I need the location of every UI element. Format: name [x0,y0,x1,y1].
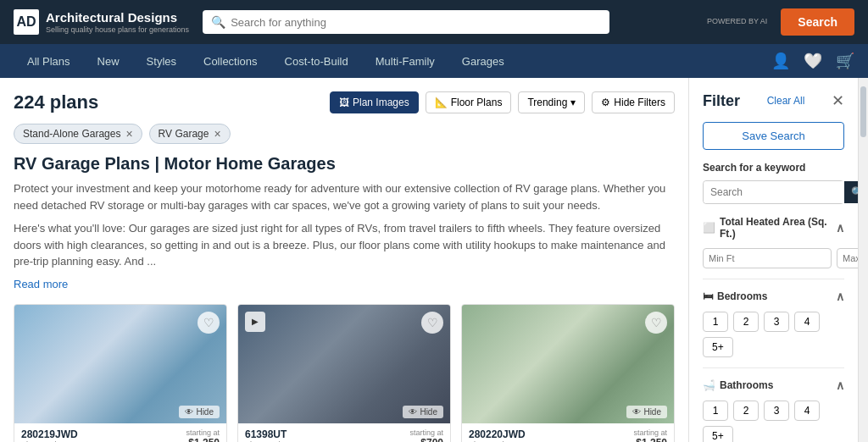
bedroom-btn-1[interactable]: 1 [703,312,728,332]
clear-all-button[interactable]: Clear All [767,95,805,107]
hide-button-1[interactable]: 👁 Hide [179,406,220,418]
bathrooms-section-icon: 🛁 Bathrooms [703,379,773,391]
brand-name: Architectural Designs [46,10,189,25]
nav-icons: 👤 🤍 🛒 [771,52,854,70]
favorite-button-2[interactable]: ♡ [421,312,443,334]
search-input[interactable] [231,16,601,29]
plan-number-3: 280220JWD [469,428,526,440]
plan-card-2: ▶ ♡ 👁 Hide 61398UT Plan Number starting … [237,304,451,443]
read-more-link[interactable]: Read more [14,278,68,290]
bedrooms-section-icon: 🛏 Bedrooms [703,290,767,302]
nav-item-new[interactable]: New [84,44,133,78]
sort-button[interactable]: Trending ▾ [518,91,585,113]
plan-price-1: starting at $1,250 [186,428,220,443]
bedroom-btn-3[interactable]: 3 [764,312,789,332]
video-button-2[interactable]: ▶ [245,312,265,332]
bedrooms-section-label: Bedrooms [717,290,767,302]
nav-item-collections[interactable]: Collections [190,44,271,78]
floor-plans-label: Floor Plans [451,97,503,108]
bedroom-btn-5plus[interactable]: 5+ [703,337,733,357]
view-controls: 🖼 Plan Images 📐 Floor Plans Trending ▾ ⚙… [330,91,675,113]
bathrooms-section: 🛁 Bathrooms ∧ 1 2 3 4 5+ 1.5 2.5 3.5 4.5 [703,378,844,442]
filter-tag-label: Stand-Alone Garages [23,128,120,140]
bathrooms-toggle[interactable]: ∧ [836,378,844,392]
hide-button-2[interactable]: 👁 Hide [403,406,443,418]
area-toggle[interactable]: ∧ [836,221,844,235]
search-bar[interactable]: 🔍 [203,10,609,34]
nav-item-garages[interactable]: Garages [448,44,518,78]
area-section: ⬜ Total Heated Area (Sq. Ft.) ∧ 🔍 [703,216,844,279]
bathroom-btn-5plus[interactable]: 5+ [703,426,733,442]
nav-item-all-plans[interactable]: All Plans [14,44,84,78]
cart-icon[interactable]: 🛒 [836,52,854,70]
search-icon: 🔍 [211,15,225,29]
favorite-button-3[interactable]: ♡ [645,312,667,334]
price-value-2: $700 [420,437,443,443]
plan-image-2: ▶ ♡ 👁 Hide [238,305,450,423]
plan-image-1: ♡ 👁 Hide [14,305,226,423]
bathroom-btn-1[interactable]: 1 [703,401,728,421]
plan-number-2: 61398UT [245,428,290,440]
main-content: 224 plans 🖼 Plan Images 📐 Floor Plans Tr… [0,78,688,442]
tagline: Selling quality house plans for generati… [46,25,189,35]
bathroom-btn-3[interactable]: 3 [764,401,789,421]
bathrooms-section-label: Bathrooms [720,379,773,391]
price-prefix-2: starting at [409,428,443,437]
description-para1: Protect your investment and keep your mo… [14,180,675,213]
price-value-1: $1,250 [188,437,220,443]
plan-price-2: starting at $700 [409,428,443,443]
powered-by-label: POWERED BY AI [707,17,767,27]
scrollbar[interactable] [858,78,868,442]
keyword-label: Search for a keyword [703,162,844,174]
nav-item-multi-family[interactable]: Multi-Family [362,44,448,78]
price-prefix-1: starting at [186,428,220,437]
plan-id-2: 61398UT Plan Number [245,428,290,443]
floor-plans-icon: 📐 [435,97,448,108]
hide-filters-button[interactable]: ⚙ Hide Filters [592,91,675,113]
filter-tag-stand-alone: Stand-Alone Garages × [14,124,142,144]
keyword-search-input[interactable] [704,181,844,203]
logo-text: Architectural Designs Selling quality ho… [46,10,189,35]
header: AD Architectural Designs Selling quality… [0,0,868,44]
nav-item-cost-to-build[interactable]: Cost-to-Build [271,44,362,78]
bathroom-btn-2[interactable]: 2 [733,401,759,421]
favorite-button-1[interactable]: ♡ [198,312,220,334]
plan-images-button[interactable]: 🖼 Plan Images [330,91,419,113]
bedroom-btn-4[interactable]: 4 [794,312,820,332]
price-value-3: $1,250 [636,437,667,443]
plan-card-3: ♡ 👁 Hide 280220JWD Plan Number starting … [461,304,675,443]
bedroom-btn-2[interactable]: 2 [733,312,759,332]
area-section-icon: ⬜ Total Heated Area (Sq. Ft.) [703,216,836,240]
bedroom-buttons: 1 2 3 4 5+ [703,312,844,357]
area-section-label: Total Heated Area (Sq. Ft.) [720,216,836,240]
logo: AD Architectural Designs Selling quality… [14,9,189,35]
area-inputs: 🔍 [703,248,844,268]
nav-item-styles[interactable]: Styles [133,44,190,78]
favorites-icon[interactable]: 🤍 [804,52,822,70]
filter-tag-label: RV Garage [159,128,209,140]
hide-button-3[interactable]: 👁 Hide [626,406,667,418]
search-button[interactable]: Search [781,8,854,36]
eye-icon-2: 👁 [409,407,417,417]
filter-title: Filter [703,92,740,110]
hide-label-2: Hide [420,407,437,417]
bathrooms-section-head: 🛁 Bathrooms ∧ [703,378,844,392]
scroll-thumb [860,86,866,137]
floor-plans-button[interactable]: 📐 Floor Plans [426,91,512,113]
description-para2: Here's what you'll love: Our garages are… [14,220,675,270]
remove-filter-rv-garage[interactable]: × [214,127,220,141]
bedrooms-toggle[interactable]: ∧ [836,290,844,303]
plan-images-label: Plan Images [353,97,409,108]
plans-header: 224 plans 🖼 Plan Images 📐 Floor Plans Tr… [14,91,675,113]
eye-icon-1: 👁 [185,407,193,417]
area-min-input[interactable] [703,248,832,268]
bathroom-btn-4[interactable]: 4 [794,401,820,421]
hide-label-1: Hide [196,407,214,417]
save-search-button[interactable]: Save Search [703,122,844,150]
bedrooms-section: 🛏 Bedrooms ∧ 1 2 3 4 5+ [703,290,844,368]
close-filter-button[interactable]: ✕ [832,91,844,110]
filter-header: Filter Clear All ✕ [703,91,844,110]
hide-filters-label: Hide Filters [614,97,665,108]
account-icon[interactable]: 👤 [771,52,790,70]
remove-filter-stand-alone[interactable]: × [125,127,132,141]
